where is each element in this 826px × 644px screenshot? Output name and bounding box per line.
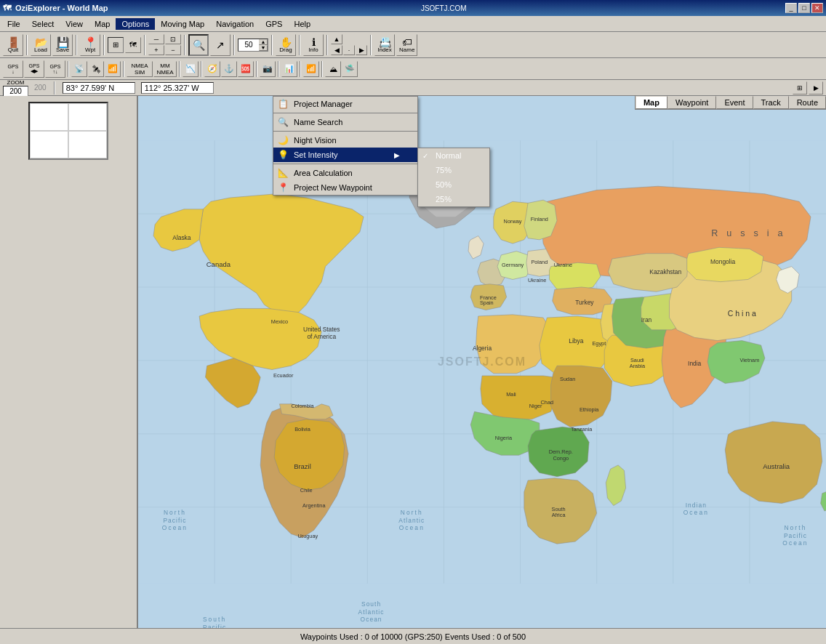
menu-area-calc[interactable]: 📐 Area Calculation (273, 166, 417, 180)
name-button[interactable]: 🏷 Name (396, 34, 417, 56)
gps-btn3[interactable]: GPS ↑↓ (45, 60, 65, 78)
svg-text:Tanzania: Tanzania (571, 426, 593, 432)
intensity-75[interactable]: 75% (418, 163, 489, 177)
nmea-btn[interactable]: NMEASIM (127, 61, 153, 77)
menu-moving-map[interactable]: Moving Map (155, 18, 210, 30)
menu-gps[interactable]: GPS (260, 18, 288, 30)
menu-file[interactable]: File (1, 18, 26, 30)
center-btn[interactable]: · (343, 45, 355, 55)
anchor-btn[interactable]: ⚓ (221, 61, 237, 77)
zoom-down-btn[interactable]: ▼ (259, 45, 268, 51)
minimap (28, 102, 108, 160)
intensity-50[interactable]: 50% (418, 177, 489, 192)
area-btn1[interactable]: ⊡ (165, 34, 181, 44)
map-canvas[interactable]: Map Waypoint Event Track Route (138, 96, 826, 628)
tab-route[interactable]: Route (789, 96, 826, 109)
menu-select[interactable]: Select (26, 18, 60, 30)
menu-name-search[interactable]: 🔍 Name Search (273, 115, 417, 129)
zoom-input[interactable] (238, 41, 259, 49)
gps-btn5[interactable]: 🛰 (88, 61, 104, 77)
project-waypoint-icon: 📍 (278, 182, 289, 193)
minimize-button[interactable]: _ (785, 3, 797, 13)
zoom-spinner[interactable]: ▲ ▼ (238, 39, 268, 52)
menu-project-waypoint[interactable]: 📍 Project New Waypoint (273, 180, 417, 195)
svg-text:Poland: Poland (531, 259, 548, 265)
save-button[interactable]: 💾 Save (52, 34, 73, 56)
compass-btn[interactable]: 🧭 (204, 61, 220, 77)
signal-btn[interactable]: 📶 (303, 61, 319, 77)
wpt-button[interactable]: 📍 Wpt (80, 34, 100, 56)
svg-text:Chile: Chile (300, 487, 313, 494)
svg-text:Ocean: Ocean (683, 509, 709, 516)
chart-btn[interactable]: 📊 (281, 61, 297, 77)
svg-text:Alaska: Alaska (172, 234, 191, 241)
menu-navigation[interactable]: Navigation (210, 18, 260, 30)
gps-btn1[interactable]: GPS ↓ (3, 60, 23, 78)
intensity-25[interactable]: 25% (418, 192, 489, 206)
index-button[interactable]: 📇 Index (374, 34, 395, 56)
right-btn[interactable]: ▶ (356, 45, 367, 55)
svg-text:R u s s i a: R u s s i a (711, 228, 785, 238)
sep-t2-8 (321, 61, 323, 77)
maximize-button[interactable]: □ (798, 3, 810, 13)
photo-btn[interactable]: 📷 (260, 61, 276, 77)
menu-set-intensity[interactable]: 💡 Set Intensity ▶ ✓ Normal 75% 50% (273, 148, 417, 162)
options-dropdown: 📋 Project Manager 🔍 Name Search 🌙 Night … (273, 96, 418, 196)
map-grid-btn[interactable]: ⊞ (108, 37, 124, 53)
left-panel (0, 96, 138, 628)
minimap-cell-tl (30, 103, 68, 131)
minus-btn[interactable]: − (165, 45, 181, 55)
close-button[interactable]: ✕ (811, 3, 823, 13)
set-intensity-icon: 💡 (278, 150, 289, 160)
menu-project-manager[interactable]: 📋 Project Manager (273, 97, 417, 111)
menu-options[interactable]: Options (116, 18, 155, 30)
project-manager-icon: 📋 (278, 99, 289, 109)
menu-night-vision[interactable]: 🌙 Night Vision (273, 133, 417, 148)
area-calc-icon: 📐 (278, 168, 289, 178)
line-btn1[interactable]: ─ (148, 34, 164, 44)
svg-text:Bolivia: Bolivia (294, 426, 311, 432)
terrain-btn[interactable]: ⛰ (325, 61, 341, 77)
tab-map[interactable]: Map (635, 96, 667, 109)
load-button[interactable]: 📂 Load (31, 34, 51, 56)
tab-waypoint[interactable]: Waypoint (667, 96, 716, 109)
menu-view[interactable]: View (60, 18, 89, 30)
map-grid-icon: ⊞ (113, 41, 119, 49)
svg-text:Arabia: Arabia (630, 363, 646, 369)
up-btn[interactable]: ▲ (331, 34, 342, 44)
magnify-button[interactable]: 🔍 (188, 34, 209, 56)
mm-btn[interactable]: MMNMEA (153, 61, 177, 77)
sos-btn[interactable]: 🆘 (238, 61, 254, 77)
zoom-up-btn[interactable]: ▲ (259, 39, 268, 45)
map-view-btn[interactable]: 🗺 (125, 37, 141, 53)
gps-btn4[interactable]: 📡 (71, 61, 87, 77)
zoom-spinner-btns: ▲ ▼ (259, 39, 268, 51)
cursor-button[interactable]: ↗ (210, 34, 230, 56)
icon-btn-1[interactable]: ⊞ (793, 81, 807, 94)
svg-text:Ocean: Ocean (399, 524, 425, 531)
intensity-normal[interactable]: ✓ Normal (418, 148, 489, 163)
quit-button[interactable]: 🚪 Quit (3, 34, 23, 56)
sep-t2-4 (201, 61, 202, 77)
left-btn[interactable]: ◀ (331, 45, 342, 55)
svg-text:of America: of America (307, 333, 336, 340)
svg-text:North: North (784, 524, 806, 531)
tab-track[interactable]: Track (753, 96, 789, 109)
gps-btn2[interactable]: GPS ◀▶ (24, 60, 44, 78)
gps-btn6[interactable]: 📶 (105, 61, 121, 77)
drag-button[interactable]: ✋ Drag (276, 34, 296, 56)
icon-btn-2[interactable]: ▶ (809, 81, 823, 94)
menu-help[interactable]: Help (288, 18, 316, 30)
track-btn[interactable]: 📉 (183, 61, 199, 77)
info-button[interactable]: ℹ Info (303, 34, 324, 56)
menu-map[interactable]: Map (89, 18, 116, 30)
tab-event[interactable]: Event (716, 96, 753, 109)
svg-text:Atlantic: Atlantic (358, 608, 385, 616)
sep-t2-7 (300, 61, 301, 77)
svg-text:Mali: Mali (506, 391, 516, 398)
longitude-display: 112° 25.327' W (141, 82, 214, 94)
svg-text:Ukraine: Ukraine (528, 277, 546, 283)
plus-btn[interactable]: + (148, 45, 164, 55)
minimap-cell-br (68, 131, 107, 158)
satellite-btn[interactable]: 🛸 (342, 61, 358, 77)
